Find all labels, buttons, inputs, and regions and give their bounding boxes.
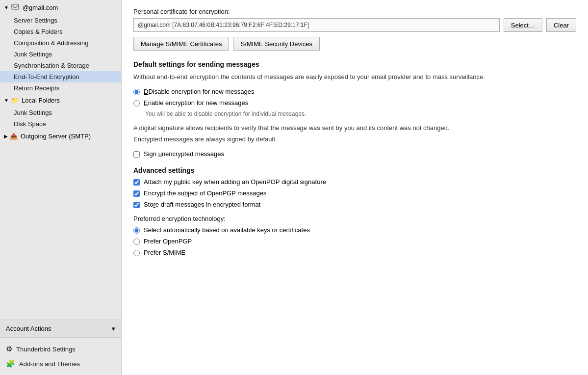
radio-enable-encryption[interactable] [133, 100, 140, 107]
encrypt-subject-label: Encrypt the subject of OpenPGP messages [144, 189, 267, 197]
preferred-tech-label: Preferred encryption technology: [133, 215, 576, 222]
sidebar-item-return-receipts[interactable]: Return Receipts [0, 82, 121, 94]
store-draft-label: Store draft messages in encrypted format [144, 201, 260, 208]
outgoing-server-header[interactable]: ▶ 📤 Outgoing Server (SMTP) [0, 130, 121, 143]
local-folders-items: Junk Settings Disk Space [0, 107, 121, 130]
addons-themes-label: Add-ons and Themes [19, 360, 80, 368]
radio-enable-hint: You will be able to disable encryption f… [145, 110, 576, 117]
account-icon [11, 3, 20, 12]
sign-desc-2: Encrypted messages are always signed by … [133, 134, 576, 144]
encrypt-subject-checkbox[interactable] [133, 190, 140, 197]
account-email: @gmail.com [23, 4, 58, 11]
store-draft-checkbox[interactable] [133, 202, 140, 208]
account-collapse-arrow: ▼ [4, 5, 9, 10]
addons-themes-item[interactable]: 🧩 Add-ons and Themes [0, 356, 121, 371]
folder-icon: 📁 [11, 97, 19, 104]
advanced-settings-title: Advanced settings [133, 166, 576, 174]
sidebar-item-synchronisation-storage[interactable]: Synchronisation & Storage [0, 60, 121, 71]
checkbox-attach-pubkey: Attach my public key when adding an Open… [133, 178, 576, 186]
sidebar-item-junk-settings[interactable]: Junk Settings [0, 49, 121, 60]
sidebar-item-local-junk-settings[interactable]: Junk Settings [0, 107, 121, 118]
radio-item-openpgp: Prefer OpenPGP [133, 238, 576, 245]
radio-tech-auto-label: Select automatically based on available … [144, 226, 310, 234]
select-button[interactable]: Select… [504, 18, 542, 32]
sidebar-item-copies-folders[interactable]: Copies & Folders [0, 26, 121, 37]
radio-enable-label: Enable encryption for new messages [144, 99, 248, 107]
cert-label: Personal certificate for encryption: [133, 8, 576, 15]
default-settings-title: Default settings for sending messages [133, 60, 576, 68]
thunderbird-settings-label: Thunderbird Settings [16, 346, 76, 353]
security-devices-button[interactable]: S/MIME Security Devices [233, 37, 320, 51]
preferred-tech-section: Preferred encryption technology: Select … [133, 215, 576, 256]
addons-icon: 🧩 [6, 359, 15, 368]
outgoing-server-arrow: ▶ [4, 134, 8, 139]
sign-unencrypted-checkbox[interactable] [133, 151, 140, 158]
account-actions-button[interactable]: Account Actions ▾ [0, 320, 121, 337]
radio-disable-label: DDisable encryption for new messages [144, 88, 254, 95]
sign-desc-1: A digital signature allows recipients to… [133, 123, 576, 133]
sidebar-item-server-settings[interactable]: Server Settings [0, 15, 121, 26]
main-content: Personal certificate for encryption: Sel… [122, 0, 588, 375]
clear-button[interactable]: Clear [546, 18, 576, 32]
radio-item-smime: Prefer S/MIME [133, 249, 576, 256]
account-actions-chevron-icon: ▾ [112, 325, 115, 332]
manage-smime-button[interactable]: Manage S/MIME Certificates [133, 37, 229, 51]
sidebar-item-composition-addressing[interactable]: Composition & Addressing [0, 37, 121, 49]
local-folders-header[interactable]: ▼ 📁 Local Folders [0, 94, 121, 107]
sidebar: ▼ @gmail.com Server Settings Copies & Fo… [0, 0, 122, 375]
gear-icon: ⚙ [6, 345, 12, 353]
smime-button-row: Manage S/MIME Certificates S/MIME Securi… [133, 37, 576, 51]
svg-rect-0 [12, 4, 19, 9]
encryption-radio-group: DDisable encryption for new messages Ena… [133, 88, 576, 117]
sidebar-item-disk-space[interactable]: Disk Space [0, 118, 121, 130]
sign-unencrypted-label: Sign unencrypted messages [144, 150, 224, 158]
radio-tech-smime[interactable] [133, 250, 140, 256]
radio-item-auto: Select automatically based on available … [133, 226, 576, 234]
cert-input[interactable] [133, 18, 500, 32]
sidebar-account-row[interactable]: ▼ @gmail.com [0, 0, 121, 15]
radio-item-enable: Enable encryption for new messages [133, 99, 576, 107]
sidebar-bottom: ⚙ Thunderbird Settings 🧩 Add-ons and The… [0, 337, 121, 375]
default-settings-desc: Without end-to-end encryption the conten… [133, 72, 576, 82]
account-actions-label: Account Actions [6, 325, 51, 332]
preferred-tech-radio-group: Select automatically based on available … [133, 226, 576, 256]
thunderbird-settings-item[interactable]: ⚙ Thunderbird Settings [0, 342, 121, 356]
outgoing-server-label: Outgoing Server (SMTP) [21, 133, 91, 140]
radio-tech-openpgp-label: Prefer OpenPGP [144, 238, 192, 245]
radio-tech-smime-label: Prefer S/MIME [144, 249, 185, 256]
radio-disable-encryption[interactable] [133, 89, 140, 95]
cert-row: Select… Clear [133, 18, 576, 32]
attach-pubkey-checkbox[interactable] [133, 179, 140, 186]
smtp-icon: 📤 [10, 133, 18, 140]
sign-unencrypted-row: Sign unencrypted messages [133, 150, 576, 158]
checkbox-store-draft: Store draft messages in encrypted format [133, 201, 576, 208]
radio-tech-auto[interactable] [133, 227, 140, 234]
radio-tech-openpgp[interactable] [133, 239, 140, 245]
local-folders-label: Local Folders [22, 97, 60, 104]
local-folders-arrow: ▼ [4, 98, 9, 103]
checkbox-encrypt-subject: Encrypt the subject of OpenPGP messages [133, 189, 576, 197]
radio-item-disable: DDisable encryption for new messages [133, 88, 576, 95]
account-actions-bar: Account Actions ▾ [0, 320, 121, 337]
advanced-checkboxes: Attach my public key when adding an Open… [133, 178, 576, 208]
account-menu-items: Server Settings Copies & Folders Composi… [0, 15, 121, 94]
sidebar-item-end-to-end-encryption[interactable]: End-To-End Encryption [0, 71, 121, 82]
attach-pubkey-label: Attach my public key when adding an Open… [144, 178, 326, 186]
sidebar-top: ▼ @gmail.com Server Settings Copies & Fo… [0, 0, 121, 320]
